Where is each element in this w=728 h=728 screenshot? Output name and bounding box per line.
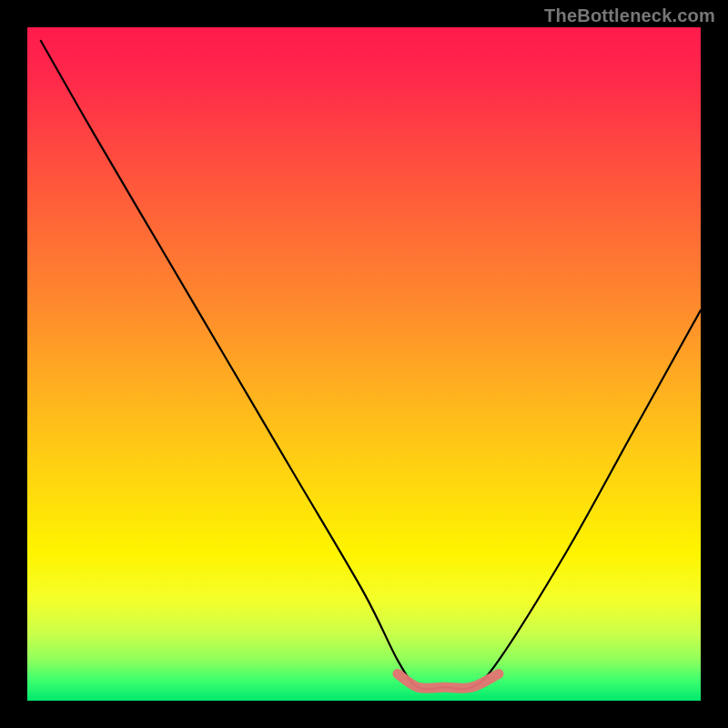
optimal-zone-highlight [398, 673, 499, 688]
bottleneck-curve [41, 41, 701, 690]
curve-layer [27, 27, 701, 701]
plot-area [27, 27, 701, 701]
watermark-label: TheBottleneck.com [544, 5, 715, 26]
chart-frame: TheBottleneck.com [0, 0, 728, 728]
